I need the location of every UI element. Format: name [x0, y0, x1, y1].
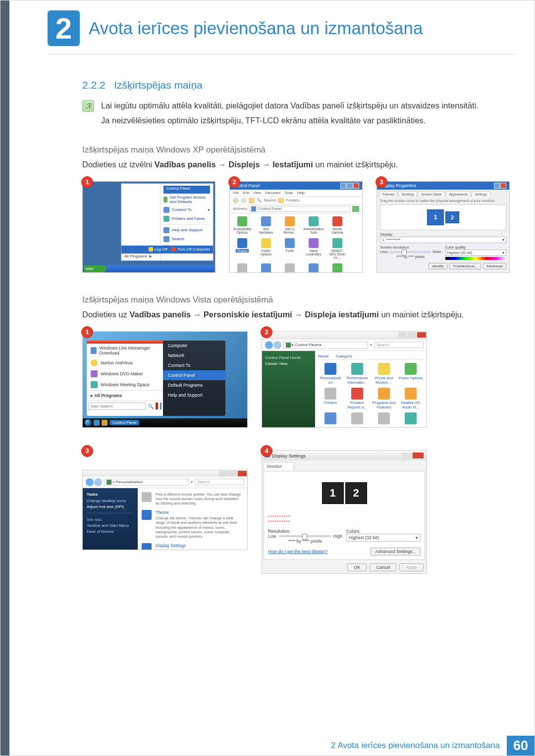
right-item[interactable]: Connect To — [163, 360, 225, 370]
right-item[interactable]: Default Programs — [163, 380, 225, 390]
power-icon[interactable] — [156, 403, 158, 409]
logoff-button[interactable]: Log Off — [149, 247, 167, 252]
monitor-2-icon[interactable]: 2 — [345, 482, 367, 504]
cancel-button[interactable]: Cancel — [470, 272, 488, 273]
col-name[interactable]: Name — [318, 354, 336, 358]
see-link[interactable]: Taskbar and Start Menu — [87, 523, 134, 528]
chevron-down-icon[interactable]: ▾ — [416, 535, 418, 540]
monitor-1-icon[interactable]: 1 — [322, 482, 344, 504]
menu-item[interactable]: Search — [163, 235, 210, 244]
menu-item[interactable]: Connect To▸ — [163, 205, 210, 214]
menu-item[interactable]: Help and Support — [163, 226, 210, 235]
back-icon[interactable] — [265, 341, 273, 349]
cp-item[interactable]: Folder Options — [257, 238, 275, 259]
item-title-display-settings[interactable]: Display Settings — [156, 543, 243, 548]
back-icon[interactable] — [86, 478, 94, 486]
ie-icon[interactable] — [94, 420, 100, 426]
app-item[interactable]: Windows DVD Maker — [87, 368, 163, 379]
control-panel-banner[interactable]: Control Panel — [163, 186, 210, 194]
search-input[interactable]: Search — [195, 479, 244, 485]
tab-desktop[interactable]: Desktop — [398, 191, 417, 197]
all-programs-label[interactable]: All Programs — [124, 254, 147, 258]
troubleshoot-button[interactable]: Troubleshoot... — [449, 263, 481, 269]
cancel-button[interactable]: Cancel — [370, 563, 396, 571]
min-icon[interactable] — [402, 453, 413, 458]
cp-item[interactable] — [398, 412, 423, 424]
cp-item[interactable]: Mouse — [280, 263, 299, 273]
search-input[interactable]: Search — [374, 342, 424, 348]
resolution-slider[interactable] — [278, 535, 331, 537]
side-home-link[interactable]: Control Panel Home — [265, 355, 312, 360]
cp-item[interactable]: Programs and Features — [372, 388, 396, 409]
ok-button[interactable]: OK — [347, 563, 367, 571]
fwd-icon[interactable] — [241, 198, 247, 203]
cp-item[interactable] — [372, 412, 396, 424]
breadcrumb[interactable]: ▸ Control Panel ▸ — [283, 342, 368, 349]
folders-icon[interactable] — [278, 198, 284, 203]
help-icon[interactable] — [494, 183, 500, 189]
identify-button[interactable]: Identify — [428, 263, 447, 269]
max-icon[interactable] — [228, 471, 237, 476]
fwd-icon[interactable] — [273, 341, 281, 349]
folders-label[interactable]: Folders — [286, 198, 299, 202]
fwd-icon[interactable] — [94, 478, 102, 486]
tab-strip[interactable]: Themes Desktop Screen Saver Appearance S… — [377, 190, 509, 197]
right-item[interactable]: Computer — [163, 341, 225, 351]
quality-dropdown[interactable]: Highest (32 bit) — [447, 251, 473, 255]
lock-icon[interactable] — [160, 403, 162, 409]
monitor-2-icon[interactable]: 2 — [445, 211, 459, 223]
back-icon[interactable] — [233, 198, 239, 203]
cp-item-display[interactable]: Display — [233, 238, 252, 259]
min-icon[interactable] — [340, 183, 346, 189]
display-dropdown[interactable]: 1. ********** — [382, 238, 401, 242]
app-item[interactable]: Windows Live Messenger Download — [87, 344, 163, 357]
right-item[interactable]: Network — [163, 351, 225, 360]
start-button[interactable]: start — [84, 265, 107, 272]
col-category[interactable]: Category — [336, 354, 352, 358]
cp-item[interactable] — [345, 412, 370, 424]
cp-item[interactable]: Accessibility Options — [233, 216, 252, 234]
close-icon[interactable] — [413, 453, 424, 458]
cp-item[interactable]: Network Connections — [304, 263, 323, 273]
start-orb-icon[interactable] — [85, 419, 92, 426]
cp-item[interactable]: Performance Informatio... — [345, 363, 370, 385]
tab-monitor[interactable]: Monitor — [264, 462, 294, 471]
cp-item[interactable]: Add or Remov... — [280, 216, 299, 234]
right-item-control-panel[interactable]: Control Panel — [163, 370, 225, 380]
chevron-down-icon[interactable]: ▾ — [502, 251, 504, 255]
chevron-down-icon[interactable]: ▾ — [502, 238, 504, 242]
close-icon[interactable] — [417, 332, 426, 338]
cp-item[interactable]: Phone and Modem ... — [372, 363, 396, 385]
close-icon[interactable] — [238, 471, 247, 476]
cp-item[interactable]: Administrative Tools — [304, 216, 323, 234]
help-link[interactable]: How do I get the best display? — [268, 549, 328, 554]
cp-item[interactable]: Personalizati on — [318, 363, 343, 385]
advanced-settings-button[interactable]: Advanced Settings... — [371, 548, 421, 555]
cp-item[interactable]: Fonts — [280, 238, 299, 259]
turnoff-button[interactable]: Turn Off Computer — [171, 247, 210, 252]
app-item[interactable]: Windows Meeting Space — [87, 379, 163, 390]
menu-bar[interactable]: FileEditViewFavoritesToolsHelp — [230, 190, 362, 197]
colors-dropdown[interactable]: Highest (32 bit) — [349, 535, 379, 540]
address-bar[interactable]: Address Control Panel — [230, 205, 362, 213]
menu-item[interactable]: Printers and Faxes — [163, 214, 210, 223]
wmp-icon[interactable] — [102, 420, 107, 426]
search-label[interactable]: Search — [264, 198, 276, 202]
max-icon[interactable] — [408, 332, 417, 338]
task-item[interactable]: Control Panel — [109, 420, 139, 425]
task-link[interactable]: Change desktop icons — [87, 499, 134, 503]
min-icon[interactable] — [219, 471, 228, 476]
tab-screensaver[interactable]: Screen Saver — [418, 191, 445, 197]
taskbar[interactable]: Control Panel — [83, 418, 248, 427]
cp-item[interactable]: Realtek HD Audio M... — [398, 388, 423, 409]
app-item[interactable]: Norton AntiVirus — [87, 357, 163, 368]
tab-settings[interactable]: Settings — [472, 191, 490, 197]
all-programs-label[interactable]: ▸ All Programs — [87, 390, 163, 401]
min-icon[interactable] — [398, 332, 407, 338]
cp-item[interactable]: Printers — [318, 388, 343, 409]
cp-item[interactable]: SMADC-GPU Driver for ... — [328, 238, 347, 259]
search-icon[interactable]: 🔍 — [257, 198, 262, 202]
toolbar[interactable]: 🔍 Search Folders — [230, 197, 362, 205]
task-link[interactable]: Adjust font size (DPI) — [87, 504, 134, 509]
right-item[interactable]: Help and Support — [163, 390, 225, 400]
